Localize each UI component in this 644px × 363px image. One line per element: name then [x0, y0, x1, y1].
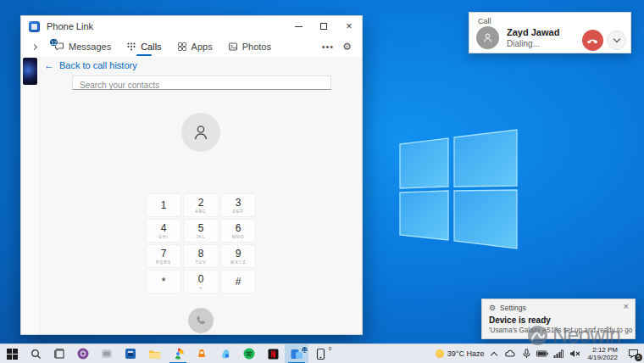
settings-notification[interactable]: ⚙ Settings × Device is ready 'Usama's Ga… [481, 299, 636, 339]
key-letters: ABC [195, 209, 206, 214]
notification-title: Device is ready [489, 316, 551, 325]
phone-sidebar [21, 57, 40, 334]
dialpad-key-5[interactable]: 5JKL [183, 219, 219, 243]
task-view-icon [54, 349, 65, 360]
taskbar-file-explorer[interactable] [142, 344, 166, 363]
back-arrow-icon: ← [44, 60, 54, 70]
close-button[interactable]: × [336, 16, 362, 36]
end-call-button[interactable] [582, 30, 603, 51]
tray-onedrive[interactable] [504, 347, 516, 360]
maximize-button[interactable] [311, 16, 336, 36]
notification-body: 'Usama's Galaxy A51 is set up and ready … [489, 327, 633, 334]
phone-icon [195, 315, 207, 327]
search-icon [31, 349, 42, 360]
clock-time: 2:12 PM [587, 346, 618, 354]
start-button[interactable] [0, 344, 24, 363]
phone-link-badge: 12 [301, 346, 308, 354]
contact-search-box [72, 75, 331, 90]
contact-avatar [181, 113, 220, 152]
taskbar-clock[interactable]: 2:12 PM 4/19/2022 [585, 346, 620, 361]
dialpad-key-4[interactable]: 4GHI [146, 219, 181, 243]
key-letters: JKL [196, 234, 206, 239]
dialpad-key-2[interactable]: 2ABC [183, 193, 219, 217]
taskbar-chrome[interactable] [166, 344, 190, 363]
taskbar-left: 12 0 [0, 344, 332, 363]
key-digit: 4 [161, 223, 167, 233]
tray-volume-muted[interactable] [569, 347, 580, 360]
windows-logo-icon [7, 349, 18, 360]
key-letters: DEF [233, 209, 244, 214]
phone-screen-thumbnail[interactable] [23, 58, 37, 85]
settings-gear-button[interactable]: ⚙ [342, 41, 355, 53]
file-explorer-icon [148, 349, 161, 360]
task-view-button[interactable] [47, 344, 71, 363]
desktop[interactable]: Phone Link × 12 Messages [0, 0, 644, 363]
taskbar-tor-browser[interactable] [71, 344, 95, 363]
dialpad-key-0[interactable]: 0+ [183, 270, 219, 293]
close-icon: × [346, 21, 352, 31]
tab-messages[interactable]: 12 Messages [47, 36, 119, 57]
messages-icon: 12 [54, 42, 64, 52]
dial-call-button[interactable] [188, 308, 214, 333]
phone-link-app-icon [29, 21, 40, 32]
battery-icon [536, 350, 548, 357]
taskbar-paint3d[interactable] [214, 344, 237, 363]
dialpad-key-1[interactable]: 1 [146, 193, 181, 217]
dialpad-key-7[interactable]: 7PQRS [146, 244, 181, 268]
gear-icon: ⚙ [489, 304, 496, 312]
phone-link-window: Phone Link × 12 Messages [20, 15, 363, 335]
action-center-button[interactable]: 5 [625, 346, 641, 361]
taskbar-spotify[interactable] [237, 344, 261, 363]
dialpad-key-9[interactable]: 9WXYZ [220, 244, 256, 268]
taskbar-your-phone-companion[interactable]: 0 [308, 344, 332, 363]
tab-apps-label: Apps [192, 42, 213, 52]
show-hidden-icons-button[interactable] [488, 347, 500, 360]
minimize-button[interactable] [286, 16, 311, 36]
see-more-button[interactable]: ••• [314, 42, 343, 52]
taskbar-search-button[interactable] [24, 344, 47, 363]
key-digit: 8 [198, 249, 204, 259]
taskbar-mail-app[interactable] [119, 344, 142, 363]
taskbar-weather[interactable]: 39°C Haze [436, 349, 485, 358]
taskbar: 12 0 39°C Haze [0, 343, 644, 363]
window-titlebar[interactable]: Phone Link × [21, 16, 362, 36]
tray-battery[interactable] [536, 347, 548, 360]
notification-close-button[interactable]: × [624, 301, 629, 311]
back-link-label: Back to call history [59, 60, 137, 70]
dialpad-key-hash[interactable]: # [220, 270, 256, 293]
key-digit: # [236, 276, 242, 287]
taskbar-right: 39°C Haze [436, 344, 644, 363]
contact-search-input[interactable] [73, 79, 330, 92]
call-popup: Call Zayd Jawad Dialing... [469, 12, 631, 53]
network-icon [553, 349, 564, 358]
key-digit: * [162, 276, 166, 287]
dialpad-key-star[interactable]: * [146, 270, 181, 293]
chevron-right-icon [31, 43, 36, 49]
key-digit: 3 [236, 198, 242, 208]
taskbar-app-gray[interactable] [95, 344, 119, 363]
tab-apps[interactable]: Apps [169, 36, 220, 57]
back-to-call-history-link[interactable]: ← Back to call history [44, 60, 137, 70]
expand-call-popup-button[interactable] [607, 31, 626, 50]
tray-microphone[interactable] [520, 347, 532, 360]
call-status: Dialing... [507, 39, 540, 48]
dialpad-key-6[interactable]: 6MNO [220, 219, 256, 243]
hang-up-icon [587, 35, 598, 46]
person-icon [481, 31, 494, 44]
taskbar-vlc[interactable] [190, 344, 214, 363]
expand-sidebar-button[interactable] [26, 39, 42, 54]
tab-calls[interactable]: Calls [119, 36, 169, 57]
dialpad-key-3[interactable]: 3DEF [220, 193, 256, 217]
tray-network[interactable] [552, 347, 564, 360]
notification-header: ⚙ Settings [489, 304, 526, 312]
minimize-icon [295, 26, 303, 27]
maximize-icon [320, 23, 327, 30]
tab-photos[interactable]: Photos [220, 36, 279, 57]
taskbar-netflix[interactable] [261, 344, 285, 363]
netflix-icon [268, 349, 279, 360]
caller-name: Zayd Jawad [507, 27, 559, 37]
key-digit: 9 [236, 249, 242, 259]
dialpad-key-8[interactable]: 8TUV [183, 244, 219, 268]
weather-icon [436, 349, 444, 358]
taskbar-phone-link[interactable]: 12 [285, 344, 308, 363]
